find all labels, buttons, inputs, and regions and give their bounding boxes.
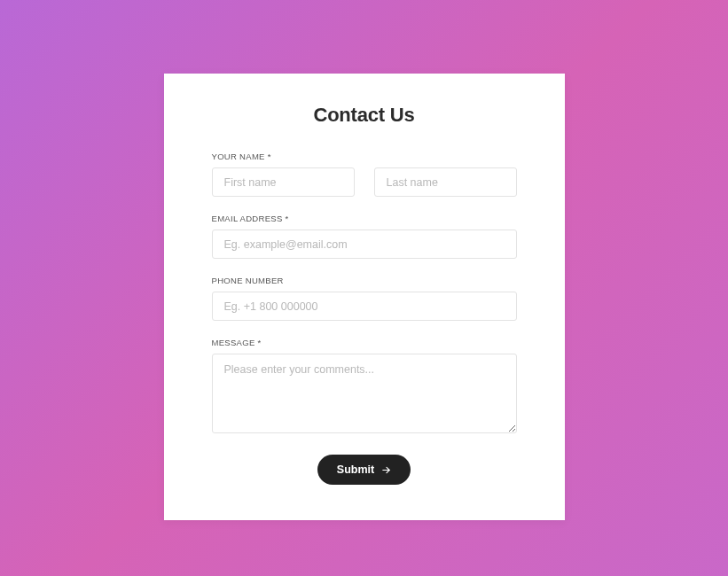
email-field-group: EMAIL ADDRESS * — [212, 214, 517, 259]
first-name-input[interactable] — [212, 167, 355, 197]
name-field-group: YOUR NAME * — [212, 152, 517, 197]
message-label: MESSAGE * — [212, 338, 517, 347]
phone-field-group: PHONE NUMBER — [212, 276, 517, 321]
message-field-group: MESSAGE * — [212, 338, 517, 437]
submit-button-label: Submit — [337, 463, 374, 476]
email-input[interactable] — [212, 230, 517, 259]
contact-form-card: Contact Us YOUR NAME * EMAIL ADDRESS * P… — [164, 74, 565, 520]
last-name-input[interactable] — [374, 167, 517, 197]
submit-wrap: Submit — [212, 455, 517, 485]
submit-button[interactable]: Submit — [317, 455, 411, 485]
phone-label: PHONE NUMBER — [212, 276, 517, 285]
form-title: Contact Us — [212, 104, 517, 127]
email-label: EMAIL ADDRESS * — [212, 214, 517, 223]
name-label: YOUR NAME * — [212, 152, 517, 161]
arrow-right-icon — [381, 465, 391, 475]
name-row — [212, 167, 517, 197]
message-textarea[interactable] — [212, 354, 517, 433]
phone-input[interactable] — [212, 292, 517, 321]
